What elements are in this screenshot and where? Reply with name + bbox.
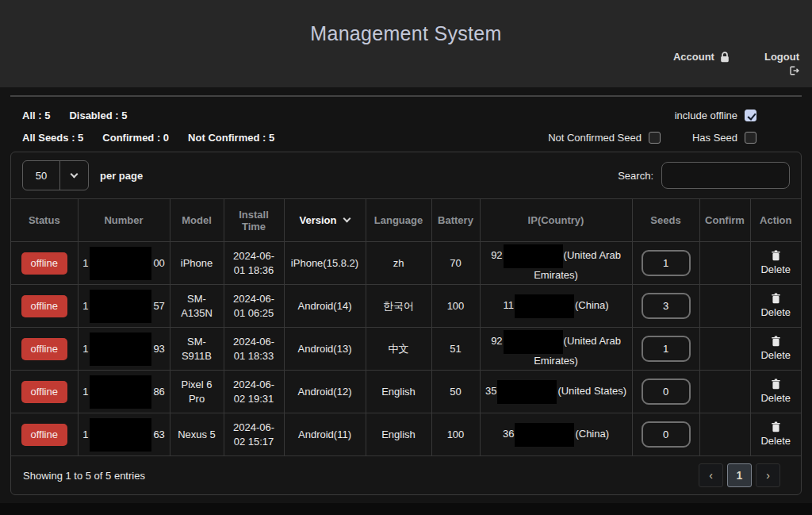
status-badge: offline — [21, 338, 67, 360]
install-time-cell: 2024-06-01 06:25 — [224, 285, 284, 328]
model-cell: SM-S911B — [170, 328, 224, 371]
delete-button[interactable]: Delete — [755, 336, 798, 363]
delete-button[interactable]: Delete — [755, 421, 798, 448]
language-cell: 中文 — [366, 328, 431, 371]
bottom-strip — [0, 503, 812, 515]
col-seeds: Seeds — [632, 199, 699, 242]
confirm-cell — [699, 328, 750, 371]
model-cell: SM-A135N — [170, 285, 224, 328]
logout-label: Logout — [764, 51, 799, 63]
col-confirm: Confirm — [699, 199, 750, 242]
header-divider — [10, 95, 802, 97]
model-cell: iPhone — [170, 242, 224, 285]
per-page-select[interactable]: 50 — [22, 160, 89, 190]
account-label: Account — [673, 51, 714, 63]
table-row: offline 157 SM-A135N 2024-06-01 06:25 An… — [11, 285, 801, 328]
table-row: offline 163 Nexus 5 2024-06-02 15:17 And… — [11, 413, 801, 456]
stat-not-confirmed: Not Confirmed : 5 — [188, 132, 274, 144]
lock-icon — [720, 52, 730, 63]
seeds-box[interactable]: 0 — [642, 421, 691, 448]
redacted-ip — [497, 380, 557, 404]
stats-row-seeds: All Seeds : 5 Confirmed : 0 Not Confirme… — [22, 132, 756, 144]
next-page-button[interactable]: › — [756, 463, 780, 487]
install-time-cell: 2024-06-01 18:33 — [224, 328, 284, 371]
confirm-cell — [699, 371, 750, 413]
redacted-number — [90, 290, 151, 323]
table-header-row: Status Number Model Install Time Version… — [11, 199, 801, 242]
delete-button[interactable]: Delete — [755, 293, 798, 320]
language-cell: English — [366, 371, 431, 413]
stat-all: All : 5 — [22, 110, 50, 121]
search-label: Search: — [618, 170, 653, 182]
col-version-sort[interactable]: Version — [284, 199, 366, 242]
install-time-cell: 2024-06-02 19:31 — [224, 371, 284, 413]
status-badge: offline — [21, 252, 67, 275]
not-confirmed-seed-checkbox[interactable] — [649, 132, 661, 144]
prev-page-button[interactable]: ‹ — [699, 463, 723, 487]
has-seed-checkbox[interactable] — [745, 132, 756, 144]
language-cell: English — [366, 413, 431, 456]
delete-button[interactable]: Delete — [755, 379, 798, 405]
seeds-box[interactable]: 3 — [642, 293, 691, 319]
include-offline-label: include offline — [675, 110, 737, 121]
version-cell: Android(13) — [284, 328, 366, 371]
per-page-value: 50 — [23, 161, 59, 190]
confirm-cell — [699, 242, 750, 285]
model-cell: Nexus 5 — [170, 413, 224, 456]
battery-cell: 70 — [431, 242, 480, 285]
redacted-ip — [504, 244, 563, 268]
seeds-box[interactable]: 0 — [642, 379, 691, 405]
ip-cell: 11(China) — [480, 285, 632, 328]
confirm-cell — [699, 285, 750, 328]
col-number: Number — [78, 199, 170, 242]
col-battery: Battery — [431, 199, 480, 242]
page-1-button[interactable]: 1 — [727, 463, 752, 487]
battery-cell: 51 — [431, 328, 480, 371]
status-badge: offline — [21, 295, 67, 317]
pagination: ‹ 1 › — [699, 463, 780, 487]
install-time-cell: 2024-06-01 18:36 — [224, 242, 284, 285]
not-confirmed-seed-label: Not Confirmed Seed — [548, 132, 642, 144]
confirm-cell — [699, 413, 750, 456]
trash-icon — [771, 293, 781, 304]
table-row: offline 100 iPhone 2024-06-01 18:36 iPho… — [11, 242, 801, 285]
battery-cell: 100 — [431, 413, 480, 456]
col-install-time: Install Time — [224, 199, 284, 242]
redacted-ip — [515, 294, 574, 318]
navbar: Management System Account Logout — [0, 0, 812, 87]
model-cell: Pixel 6 Pro — [170, 371, 224, 413]
language-cell: 한국어 — [366, 285, 431, 328]
version-cell: Android(14) — [284, 285, 366, 328]
status-badge: offline — [21, 381, 67, 403]
logout-link[interactable]: Logout — [764, 51, 799, 76]
navbar-actions: Account Logout — [673, 51, 799, 76]
redacted-number — [90, 418, 151, 452]
devices-table: Status Number Model Install Time Version… — [11, 198, 801, 456]
delete-button[interactable]: Delete — [755, 250, 798, 277]
version-cell: Android(11) — [284, 413, 366, 456]
table-controls: 50 per page Search: — [11, 152, 801, 198]
include-offline-checkbox[interactable] — [745, 110, 756, 121]
ip-cell: 35(United States) — [480, 371, 632, 413]
entries-info: Showing 1 to 5 of 5 entries — [23, 470, 145, 482]
search-input[interactable] — [661, 162, 790, 189]
trash-icon — [771, 336, 781, 347]
status-badge: offline — [21, 424, 67, 446]
trash-icon — [771, 250, 781, 261]
stats-row-devices: All : 5 Disabled : 5 include offline — [22, 110, 756, 121]
col-status: Status — [11, 199, 78, 242]
redacted-ip — [504, 330, 563, 354]
trash-icon — [771, 379, 781, 390]
battery-cell: 100 — [431, 285, 480, 328]
table-panel: 50 per page Search: Status Number Mo — [10, 152, 802, 495]
seeds-box[interactable]: 1 — [642, 336, 691, 362]
col-language: Language — [366, 199, 431, 242]
ip-cell: 92(United Arab Emirates) — [480, 242, 632, 285]
col-model: Model — [170, 199, 224, 242]
seeds-box[interactable]: 1 — [642, 250, 691, 276]
language-cell: zh — [366, 242, 431, 285]
trash-icon — [771, 421, 781, 432]
account-link[interactable]: Account — [673, 51, 730, 63]
stat-all-seeds: All Seeds : 5 — [22, 132, 83, 144]
version-cell: iPhone(15.8.2) — [284, 242, 366, 285]
